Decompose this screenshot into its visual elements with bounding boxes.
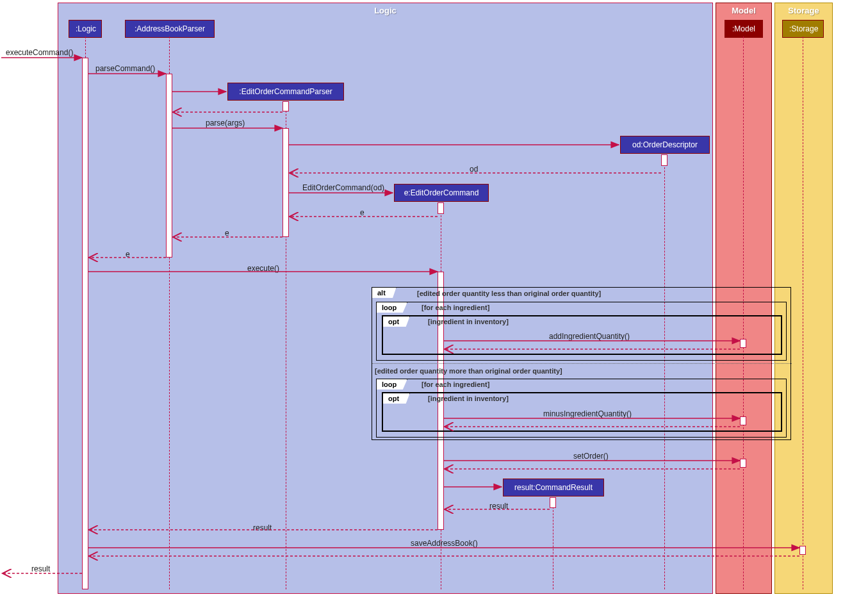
activation-editcmd-1 [438,202,444,214]
participant-model: :Model [725,20,763,38]
frame-loop-1: loop [for each ingredient] opt [ingredie… [376,302,787,361]
msg-e1: e [360,208,364,217]
frame-loop-1-label: loop [376,302,407,313]
msg-parseArgs: parse(args) [206,119,245,127]
participant-storage: :Storage [782,20,824,38]
package-model-title: Model [716,3,771,15]
alt-divider [372,363,792,364]
msg-e3: e [126,250,130,259]
activation-editparser-2 [283,128,289,237]
participant-logic: :Logic [69,20,102,38]
msg-result1: result [489,502,508,511]
participant-order-desc: od:OrderDescriptor [620,136,710,154]
frame-loop-2: loop [for each ingredient] opt [ingredie… [376,379,787,438]
participant-edit-cmd: e:EditOrderCommand [394,184,489,202]
msg-saveAB: saveAddressBook() [411,539,478,548]
sequence-diagram: Logic Model Storage :Logic :AddressBookP… [0,0,868,615]
lifeline-storage [803,37,803,589]
activation-logic [82,58,88,589]
participant-cmd-result: result:CommandResult [503,479,604,496]
msg-od: od [470,165,478,174]
frame-loop-2-label: loop [376,379,407,390]
frame-alt-label: alt [372,287,397,298]
activation-editparser-1 [283,101,289,111]
msg-minusIng: minusIngredientQuantity() [543,409,632,418]
package-logic-title: Logic [58,3,712,15]
participant-parser: :AddressBookParser [125,20,215,38]
package-storage-title: Storage [775,3,832,15]
frame-loop-2-cond: [for each ingredient] [422,381,489,388]
msg-e2: e [225,229,229,238]
activation-model-3 [740,459,746,468]
msg-result2: result [253,523,272,532]
lifeline-cmd-result [553,497,553,589]
frame-opt-1-label: opt [382,316,410,327]
activation-cmdresult [550,497,556,508]
msg-editOrderCommand: EditOrderCommand(od) [302,183,384,192]
frame-loop-1-cond: [for each ingredient] [422,304,489,311]
frame-opt-2-label: opt [382,393,410,404]
activation-orderdesc [661,154,667,166]
msg-setOrder: setOrder() [573,452,609,461]
activation-parser [166,74,172,258]
msg-addIng: addIngredientQuantity() [549,332,630,341]
msg-execute: execute() [247,264,279,273]
msg-resultFinal: result [31,564,50,573]
frame-alt-cond1: [edited order quantity less than origina… [417,290,601,297]
activation-storage [799,546,806,555]
participant-edit-parser: :EditOrderCommandParser [227,83,344,101]
frame-alt-cond2: [edited order quantity more than origina… [375,367,562,375]
msg-executeCommand: executeCommand() [6,48,73,57]
msg-parseCommand: parseCommand() [95,64,155,73]
frame-opt-2-cond: [ingredient in inventory] [428,395,509,402]
frame-opt-1-cond: [ingredient in inventory] [428,318,509,325]
